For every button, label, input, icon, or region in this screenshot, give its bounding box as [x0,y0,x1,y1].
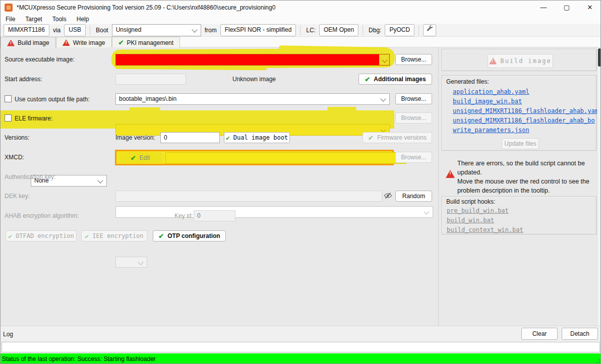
dual-image-boot-button[interactable]: ✔ Dual image boot [224,132,290,143]
build-hooks-group: Build script hooks: pre_build_win.bat bu… [442,196,596,234]
image-version-label: Image version: [115,134,155,141]
resize-grip-icon[interactable] [595,358,600,363]
settings-button[interactable] [423,24,436,36]
eye-slash-icon [384,192,392,201]
build-action-group: Build image [442,49,596,71]
app-window: *MCUXpresso Secure Provisioning Tool ver… [0,0,601,364]
output-path-combo[interactable]: bootable_images\.bin [115,93,390,105]
otfad-encryption-button: ✔ OTFAD encryption [6,230,77,241]
hook-file-link: build_win.bat [447,217,494,224]
xmcd-path-combo [165,152,406,164]
debugger-button[interactable]: PyOCD [385,24,414,36]
auth-key-label: Authentication key: [5,173,55,180]
chevron-down-icon [192,27,197,32]
warning-icon [489,58,497,65]
toolbar-separator [300,25,300,35]
chevron-down-icon [97,177,103,183]
generated-file-link[interactable]: application_ahab.yaml [453,88,529,95]
title-bar: *MCUXpresso Secure Provisioning Tool ver… [1,1,601,15]
via-label: via [53,27,61,34]
ele-firmware-label: ELE firmware: [5,114,52,122]
custom-output-checkbox[interactable] [5,95,12,102]
generated-files-group: Generated files: application_ahab.yaml b… [442,75,596,151]
highlight-marker [115,65,267,71]
xmcd-highlight-group: ✔ Edit [115,150,394,165]
key-id-field [194,210,235,221]
iee-encryption-button: ✔ IEE encryption [81,230,147,241]
check-icon: ✔ [8,232,12,240]
tab-write-image[interactable]: Write image [56,37,112,48]
log-detach-button[interactable]: Detach [562,328,598,340]
output-path-browse-button[interactable]: Browse... [395,93,432,104]
ele-firmware-checkbox[interactable] [5,114,12,122]
source-image-combo[interactable] [115,54,390,66]
chevron-down-icon [380,96,386,101]
boot-label: Boot [96,27,108,34]
check-icon: ✔ [131,154,136,162]
ele-firmware-browse-button: Browse... [395,112,432,124]
dbg-label: Dbg: [369,27,381,34]
custom-output-label: Use custom output file path: [5,95,90,103]
status-text: Status of the last operation: Success: S… [2,355,156,362]
menu-target[interactable]: Target [20,15,47,24]
hook-file-link: build_context_win.bat [447,226,523,233]
log-pane: Log Clear Detach [1,326,601,353]
boot-type-combo[interactable]: Unsigned [112,24,201,36]
menu-tools[interactable]: Tools [47,15,72,24]
toolbar-separator [363,25,363,35]
auth-key-combo[interactable] [115,206,433,218]
check-icon: ✔ [85,232,89,240]
generated-files-title: Generated files: [446,78,489,85]
check-icon: ✔ [226,134,230,142]
build-image-button: Build image [488,54,553,68]
warning-icon [63,39,70,46]
random-dek-button[interactable]: Random [395,191,432,202]
generated-file-link[interactable]: write_parameters.json [453,127,529,134]
log-clear-button[interactable]: Clear [521,328,558,340]
app-icon [5,4,13,12]
life-cycle-button[interactable]: OEM Open [319,24,358,36]
source-image-label: Source executable image: [5,56,75,63]
xmcd-label: XMCD: [5,154,24,161]
generated-file-link[interactable]: unsigned_MIMXRT1186_flashloader_ahab.yam… [453,107,601,114]
build-hooks-title: Build script hooks: [446,198,495,205]
xmcd-edit-button[interactable]: ✔ Edit [119,152,161,163]
from-label: from [205,27,217,34]
log-output[interactable] [2,342,600,352]
menu-help[interactable]: Help [72,15,94,24]
maximize-button[interactable]: ▢ [555,1,578,15]
check-icon: ✔ [118,39,124,46]
menu-bar: File Target Tools Help [1,15,601,24]
versions-label: Versions: [5,134,29,141]
status-bar: Status of the last operation: Success: S… [1,353,601,364]
chevron-down-icon [382,57,387,63]
lc-label: LC: [306,27,316,34]
error-line-1: There are errors, so the build script ca… [457,160,585,176]
minimize-button[interactable]: — [532,1,555,15]
scrollbar-thumb[interactable] [598,48,601,67]
firmware-versions-button: ✔ Firmware versions [363,132,432,143]
otp-configuration-button[interactable]: ✔ OTP configuration [153,230,226,241]
additional-images-button[interactable]: ✔ Additional images [358,74,432,85]
chevron-down-icon [380,127,386,132]
generated-file-link[interactable]: build_image_win.bat [453,98,522,105]
connection-button[interactable]: USB [64,24,86,36]
error-line-2: Move the mouse over the red control to s… [457,178,589,194]
image-version-field[interactable] [160,132,220,143]
tab-pki-management[interactable]: ✔ PKI management [112,37,181,48]
highlight-marker [327,107,356,110]
close-button[interactable]: ✕ [578,1,601,15]
menu-file[interactable]: File [1,15,20,24]
xmcd-browse-button: Browse... [395,152,432,163]
error-message-block: There are errors, so the build script ca… [442,157,596,195]
window-title: *MCUXpresso Secure Provisioning Tool ver… [17,4,275,11]
wrench-icon [426,25,433,32]
generated-file-link[interactable]: unsigned_MIMXRT1186_flashloader_ahab_boo… [453,117,595,124]
tab-build-image[interactable]: Build image [1,37,56,48]
source-image-browse-button[interactable]: Browse... [395,54,432,65]
scrollbar-track[interactable] [597,47,601,326]
processor-button[interactable]: MIMXRT1186 [4,24,49,36]
image-type-info: Unknown image [232,76,276,83]
boot-memory-button[interactable]: FlexSPI NOR - simplified [220,24,296,36]
key-id-label: Key id: [174,212,193,219]
